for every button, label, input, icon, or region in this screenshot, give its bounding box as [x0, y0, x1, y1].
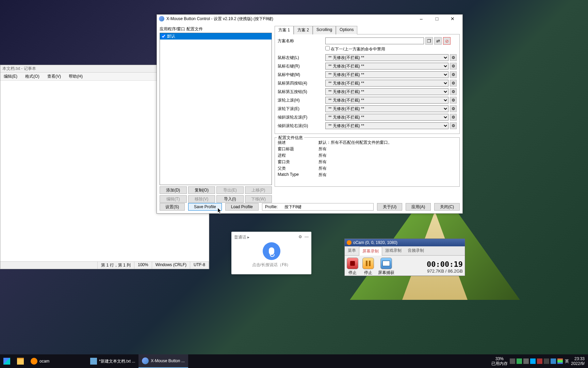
ocam-tab-audio[interactable]: 音频录制: [405, 246, 427, 255]
capture-icon: [380, 258, 392, 269]
ocam-tab-screen[interactable]: 屏幕录制: [359, 247, 382, 256]
ocam-tab-menu[interactable]: 菜单: [345, 246, 359, 255]
gear-icon[interactable]: ⚙: [450, 97, 457, 104]
gear-icon[interactable]: ⚙: [450, 114, 457, 121]
copy-button[interactable]: 复制(O): [188, 186, 215, 194]
ocam-title-text: oCam (0, 0, 1920, 1080): [353, 240, 397, 245]
tab-options[interactable]: Options: [336, 26, 357, 34]
layer-name-input[interactable]: [325, 37, 424, 44]
import-button[interactable]: 导入(I): [216, 195, 244, 203]
edit-button[interactable]: 编辑(T): [160, 195, 187, 203]
taskbar-explorer[interactable]: [14, 354, 27, 368]
ocam-capture-button[interactable]: 屏幕捕获: [378, 258, 394, 276]
button-label: 倾斜滚轮右滚(G): [278, 123, 325, 129]
ime-indicator[interactable]: 英: [565, 358, 569, 364]
tab-scrolling[interactable]: Scrolling: [313, 26, 336, 34]
ocam-pause-button[interactable]: 停止: [362, 258, 374, 276]
gear-icon[interactable]: ⚙: [450, 63, 457, 70]
gear-icon[interactable]: ⚙: [450, 105, 457, 112]
tab-layer1[interactable]: 方案 1: [275, 26, 294, 34]
gear-icon[interactable]: ⚙: [450, 80, 457, 87]
speech-gear-icon[interactable]: ⚙: [298, 234, 302, 239]
copy-layer-icon[interactable]: ❐: [425, 37, 433, 45]
button-action-select[interactable]: ** 无修改(不拦截) **: [325, 114, 448, 121]
pause-icon: [362, 258, 374, 269]
xmbc-titlebar[interactable]: X-Mouse Button Control - 设置 v2.19.2 (便携版…: [157, 15, 462, 23]
add-button[interactable]: 添加(D): [160, 186, 187, 194]
taskbar-ocam[interactable]: ocam: [27, 354, 53, 368]
notepad-menu-format[interactable]: 格式(O): [22, 73, 43, 79]
settings-button[interactable]: 设置(S): [160, 203, 185, 211]
ocam-icon: [31, 358, 37, 365]
swap-layer-icon[interactable]: ⇄: [434, 37, 442, 45]
gear-icon[interactable]: ⚙: [450, 122, 457, 129]
tab-content: 方案名称 ❐ ⇄ ⊘ 在下一/上一方案的命令中禁用 鼠标左键(L)** 无修改(…: [275, 34, 460, 134]
gear-icon[interactable]: ⚙: [450, 71, 457, 78]
start-icon: [3, 358, 10, 365]
taskbar-notepad[interactable]: *新建文本文档.txt ...: [87, 354, 138, 368]
tray-icon[interactable]: [537, 358, 542, 364]
export-button[interactable]: 导出(E): [216, 186, 244, 194]
button-action-select[interactable]: ** 无修改(不拦截) **: [325, 97, 448, 104]
bluetooth-icon[interactable]: [551, 358, 556, 364]
notepad-menu-view[interactable]: 查看(V): [44, 73, 64, 79]
button-action-select[interactable]: ** 无修改(不拦截) **: [325, 122, 448, 129]
button-action-select[interactable]: ** 无修改(不拦截) **: [325, 88, 448, 95]
button-action-select[interactable]: ** 无修改(不拦截) **: [325, 71, 448, 78]
ocam-stop-button[interactable]: 停止: [347, 258, 358, 276]
clear-layer-icon[interactable]: ⊘: [443, 37, 451, 45]
notepad-statusbar: 第 1 行，第 1 列 100% Windows (CRLF) UTF-8: [0, 261, 209, 269]
tray-icon[interactable]: [523, 358, 529, 364]
disable-checkbox-label[interactable]: 在下一/上一方案的命令中禁用: [325, 47, 385, 51]
profile-list[interactable]: 默认: [160, 33, 272, 185]
minimize-button[interactable]: –: [413, 15, 429, 23]
about-button[interactable]: 关于(U): [377, 203, 403, 211]
profile-checkbox[interactable]: [161, 34, 166, 39]
profile-display: Profile: 按下F8键: [262, 203, 374, 211]
tray-icon[interactable]: [517, 358, 522, 364]
close-button[interactable]: ✕: [445, 15, 460, 23]
maximize-button[interactable]: □: [429, 15, 445, 23]
button-row-1: 鼠标右键(R)** 无修改(不拦截) **⚙: [278, 63, 457, 70]
tab-layer2[interactable]: 方案 2: [294, 26, 313, 34]
status-pos: 第 1 行，第 1 列: [98, 262, 134, 269]
ocam-tab-game[interactable]: 游戏录制: [382, 246, 405, 255]
moveup-button[interactable]: 上移(P): [245, 186, 272, 194]
layer-name-label: 方案名称: [278, 38, 325, 44]
xmbc-title-text: X-Mouse Button Control - 设置 v2.19.2 (便携版…: [166, 16, 413, 22]
button-label: 鼠标右键(R): [278, 63, 325, 69]
button-action-select[interactable]: ** 无修改(不拦截) **: [325, 105, 448, 112]
button-action-select[interactable]: ** 无修改(不拦截) **: [325, 63, 448, 70]
disable-checkbox[interactable]: [325, 46, 330, 50]
tray-icon[interactable]: [557, 358, 563, 364]
ocam-filesize: 972.7KB / 86.2GB: [427, 269, 463, 274]
load-profile-button[interactable]: Load Profile: [225, 203, 259, 211]
tray-icon[interactable]: [510, 358, 515, 364]
button-action-select[interactable]: ** 无修改(不拦截) **: [325, 54, 448, 61]
save-profile-button[interactable]: Save Profile: [188, 203, 222, 211]
profile-item-default[interactable]: 默认: [160, 33, 272, 40]
button-action-select[interactable]: ** 无修改(不拦截) **: [325, 80, 448, 87]
mic-icon: [269, 247, 274, 255]
gear-icon[interactable]: ⚙: [450, 54, 457, 61]
notepad-menu-help[interactable]: 帮助(H): [65, 73, 86, 79]
apply-button[interactable]: 应用(A): [406, 203, 431, 211]
notepad-menu-edit[interactable]: 编辑(E): [0, 73, 21, 79]
system-tray[interactable]: [510, 358, 563, 364]
taskbar-xmbc[interactable]: X-Mouse Button ...: [138, 354, 188, 368]
movedown-button[interactable]: 下移(W): [245, 195, 272, 203]
tray-icon[interactable]: [544, 358, 549, 364]
mic-button[interactable]: [263, 242, 280, 260]
speech-minimize-icon[interactable]: —: [305, 234, 309, 239]
close-app-button[interactable]: 关闭(C): [434, 203, 460, 211]
tray-icon[interactable]: [530, 358, 536, 364]
gear-icon[interactable]: ⚙: [450, 88, 457, 95]
start-button[interactable]: [0, 354, 14, 368]
ocam-titlebar[interactable]: oCam (0, 0, 1920, 1080): [345, 239, 465, 246]
speech-lang[interactable]: 普通话 ▸: [234, 234, 249, 240]
mouse-cursor: [218, 208, 222, 214]
memory-indicator[interactable]: 33%已用内存: [491, 356, 508, 366]
info-legend: 配置文件信息: [277, 135, 304, 141]
remove-button[interactable]: 移除(V): [188, 195, 215, 203]
clock[interactable]: 23:332022/9/: [571, 356, 585, 366]
